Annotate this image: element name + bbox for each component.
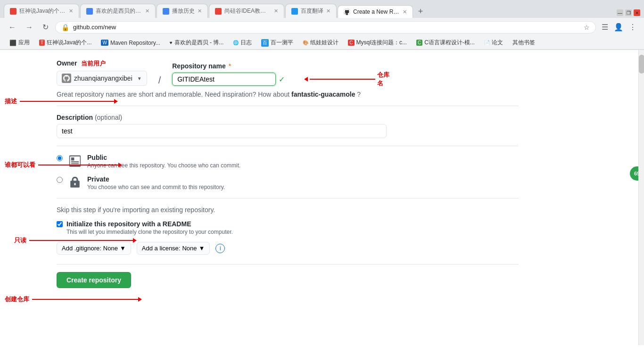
maximize-button[interactable]: ❐ xyxy=(625,9,632,16)
description-section: Description (optional) xyxy=(57,114,519,138)
desc-annotation: 描述 xyxy=(5,97,118,106)
tab-6-close[interactable]: ✕ xyxy=(403,9,407,15)
owner-name-text: zhuanqianyangxibei xyxy=(74,74,132,82)
license-dropdown[interactable]: Add a license: None ▼ xyxy=(137,242,210,255)
new-tab-button[interactable]: + xyxy=(414,5,427,18)
bookmark-3-label: Maven Repository... xyxy=(110,40,160,46)
readme-checkbox-row: Initialize this repository with a README… xyxy=(57,220,519,235)
bookmark-10[interactable]: 📄 论文 xyxy=(480,38,507,48)
repo-name-input[interactable] xyxy=(172,73,276,86)
back-button[interactable]: ← xyxy=(6,21,19,33)
tab-4[interactable]: 尚硅谷IDEA教程(idea... ✕ xyxy=(209,4,284,18)
tab-3[interactable]: 播放历史 ✕ xyxy=(157,4,208,18)
desc-input[interactable] xyxy=(57,124,387,138)
page-content: 描述 谁都可以看 只读 创建仓库 xyxy=(0,50,644,345)
bookmark-8[interactable]: C Mysql连接问题：c... xyxy=(344,38,411,48)
close-button[interactable]: ✕ xyxy=(634,9,640,16)
init-skip-text: Skip this step if you're importing an ex… xyxy=(57,206,519,214)
tab-5-favicon xyxy=(291,8,298,15)
tab-5-label: 百度翻译 xyxy=(301,7,323,15)
tab-1[interactable]: 狂神说Java的个人空间 ✕ xyxy=(4,4,79,18)
bookmark-6[interactable]: 百 百一测平 xyxy=(257,38,297,48)
suggestion-link[interactable]: fantastic-guacamole xyxy=(291,91,355,98)
tab-5[interactable]: 百度翻译 ✕ xyxy=(285,4,337,18)
bookmark-4[interactable]: ♥ 喜欢的是西贝 - 博... xyxy=(166,38,228,48)
bookmark-10-label: 论文 xyxy=(492,39,503,47)
tab-2[interactable]: 喜欢的是西贝的个人空... ✕ xyxy=(80,4,156,18)
owner-repo-row: Owner 当前用户 zhuanqianyangxibei ▼ / Reposi… xyxy=(57,59,519,86)
scrollbar-thumb[interactable] xyxy=(639,55,644,74)
private-icon xyxy=(67,175,83,190)
info-button[interactable]: i xyxy=(215,244,225,253)
tab-4-close[interactable]: ✕ xyxy=(274,8,278,14)
tab-3-favicon xyxy=(163,8,169,15)
star-icon[interactable]: ☆ xyxy=(584,24,590,31)
desc-label-row: Description (optional) xyxy=(57,114,519,121)
bookmark-4-label: 喜欢的是西贝 - 博... xyxy=(174,39,224,47)
create-annotation-text: 创建仓库 xyxy=(5,295,29,304)
refresh-button[interactable]: ↻ xyxy=(40,21,51,33)
tab-4-label: 尚硅谷IDEA教程(idea... xyxy=(224,7,271,15)
desc-arrow xyxy=(20,99,118,104)
tab-5-close[interactable]: ✕ xyxy=(326,8,330,14)
bookmark-2[interactable]: T 狂神说Java的个... xyxy=(35,38,95,48)
owner-section: Owner 当前用户 zhuanqianyangxibei ▼ xyxy=(57,59,147,86)
bookmark-9[interactable]: C C语言课程设计-模... xyxy=(413,38,479,48)
visibility-annotation-group: 谁都可以看 xyxy=(5,161,122,169)
form-container: Owner 当前用户 zhuanqianyangxibei ▼ / Reposi… xyxy=(0,50,519,297)
repo-name-label: Repository name xyxy=(172,62,226,70)
bookmark-apps-label: 应用 xyxy=(18,39,30,47)
tab-3-close[interactable]: ✕ xyxy=(198,8,202,14)
tab-3-label: 播放历史 xyxy=(172,7,195,15)
owner-annotation-text: 当前用户 xyxy=(81,59,106,68)
owner-dropdown-arrow: ▼ xyxy=(137,76,142,81)
init-annotation: 只读 xyxy=(14,236,137,245)
divider-3 xyxy=(57,198,519,198)
private-radio[interactable] xyxy=(57,177,63,183)
init-annotation-group: 只读 xyxy=(14,236,137,245)
address-bar-icons: ☆ xyxy=(584,24,590,31)
divider-2 xyxy=(57,146,519,146)
bookmarks-bar: ⬛ 应用 T 狂神说Java的个... W Maven Repository..… xyxy=(0,36,644,50)
bookmark-apps[interactable]: ⬛ 应用 xyxy=(6,38,33,48)
license-value: None xyxy=(182,245,197,252)
tab-6[interactable]: Create a New Reposi... ✕ xyxy=(338,5,413,18)
bookmark-3[interactable]: W Maven Repository... xyxy=(97,39,164,47)
license-label: Add a license: xyxy=(142,245,181,252)
lock-icon: 🔒 xyxy=(61,24,69,31)
desc-optional: (optional) xyxy=(95,114,122,121)
repo-name-required: * xyxy=(229,62,231,70)
forward-button[interactable]: → xyxy=(23,21,36,33)
minimize-button[interactable]: — xyxy=(617,9,623,16)
address-bar[interactable]: 🔒 github.com/new ☆ xyxy=(55,21,596,33)
menu-icon[interactable]: ⋮ xyxy=(627,21,638,33)
bookmark-5[interactable]: 🌐 日志 xyxy=(229,38,256,48)
bookmarks-icon[interactable]: ☰ xyxy=(600,21,610,33)
scrollbar[interactable] xyxy=(638,50,644,345)
create-repository-button[interactable]: Create repository xyxy=(57,272,131,288)
bookmark-7[interactable]: 🎨 纸娃娃设计 xyxy=(299,38,342,48)
bookmark-7-label: 纸娃娃设计 xyxy=(310,39,339,47)
private-desc: You choose who can see and commit to thi… xyxy=(87,184,225,190)
init-annotation-text: 只读 xyxy=(14,236,26,245)
tab-1-close[interactable]: ✕ xyxy=(69,8,73,14)
gitignore-arrow-icon: ▼ xyxy=(120,245,126,252)
window-controls: — ❐ ✕ xyxy=(617,9,640,18)
owner-dropdown[interactable]: zhuanqianyangxibei ▼ xyxy=(57,71,147,86)
suggestion-text: Great repository names are short and mem… xyxy=(57,91,519,98)
readme-checkbox[interactable] xyxy=(57,221,63,227)
private-content: Private You choose who can see and commi… xyxy=(87,175,225,190)
repo-name-arrow-line xyxy=(310,79,375,80)
bookmark-11[interactable]: 其他书签 xyxy=(509,38,539,48)
init-section: Skip this step if you're importing an ex… xyxy=(57,206,519,214)
tab-2-close[interactable]: ✕ xyxy=(145,8,149,14)
tab-2-label: 喜欢的是西贝的个人空... xyxy=(96,7,142,15)
user-icon[interactable]: 👤 xyxy=(612,21,625,33)
visibility-annotation: 谁都可以看 xyxy=(5,161,122,169)
bookmark-6-label: 百一测平 xyxy=(271,39,293,47)
repo-name-annotation-text: 仓库名 xyxy=(377,71,393,88)
public-option: Public Anyone can see this repository. Y… xyxy=(57,154,519,169)
desc-label: Description xyxy=(57,114,93,121)
url-text: github.com/new xyxy=(73,24,580,31)
desc-annotation-group: 描述 xyxy=(5,97,118,106)
